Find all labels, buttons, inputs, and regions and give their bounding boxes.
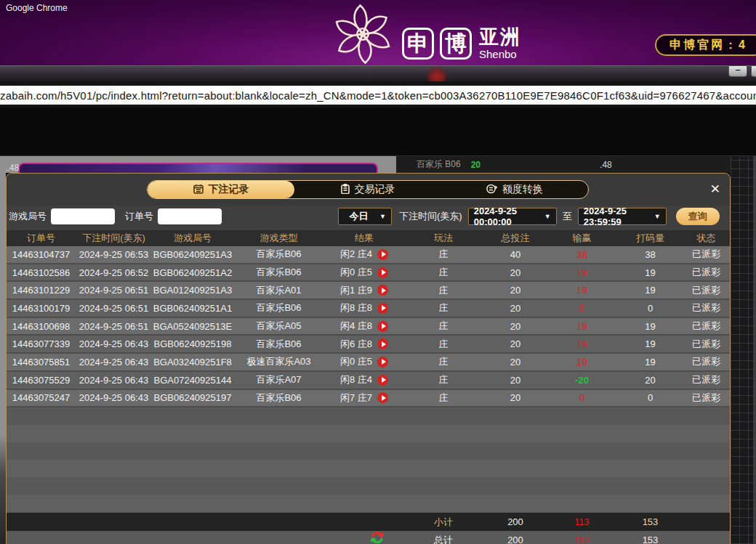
address-bar[interactable]: zabaih.com/h5V01/pc/index.html?return=ab… — [0, 86, 756, 105]
play-cell: 庄 — [404, 336, 483, 352]
status-cell: 已派彩 — [685, 354, 728, 370]
total-bet: 200 — [483, 531, 548, 544]
winloss-cell: 19 — [548, 318, 616, 335]
logo-char-box: 申 — [402, 28, 434, 60]
winloss-cell: 19 — [548, 354, 616, 370]
time-cell: 2024-9-25 06:51 — [76, 318, 152, 335]
round-cell: BGA012409251A3 — [152, 282, 233, 299]
bet-cell: 20 — [483, 318, 548, 335]
status-cell: 已派彩 — [685, 318, 728, 335]
background-game-grid — [731, 156, 756, 544]
game-round-input[interactable] — [51, 208, 115, 224]
replay-button[interactable] — [377, 267, 388, 278]
winloss-cell: -20 — [548, 372, 616, 389]
table-row: 144630758512024-9-25 06:43BGA032409251F8… — [7, 354, 730, 372]
background-scrollbar[interactable] — [753, 156, 756, 544]
game-cell: 百家乐B06 — [233, 336, 324, 352]
order-no-input[interactable] — [158, 208, 222, 224]
replay-button[interactable] — [377, 285, 388, 296]
status-cell: 已派彩 — [685, 336, 728, 352]
order-cell: 14463104737 — [7, 246, 76, 263]
turnover-cell: 0 — [616, 390, 685, 407]
subtotal-winloss: 113 — [548, 513, 616, 531]
column-header: 玩法 — [404, 230, 483, 246]
status-cell: 已派彩 — [685, 300, 728, 317]
column-header: 打码量 — [616, 230, 685, 246]
time-cell: 2024-9-25 06:52 — [76, 264, 152, 281]
replay-button[interactable] — [377, 357, 388, 368]
game-toolbar: GR ? ⚙ — [0, 107, 756, 156]
result-cell: 闲8 庄8 — [324, 300, 404, 317]
bet-cell: 20 — [483, 372, 548, 389]
replay-button[interactable] — [377, 321, 388, 332]
tab-transaction-records[interactable]: 交易记录 — [294, 181, 441, 198]
column-header: 状态 — [685, 230, 728, 246]
turnover-cell: 38 — [616, 246, 685, 263]
game-cell: 极速百家乐A03 — [233, 354, 324, 370]
time-cell: 2024-9-25 06:43 — [76, 372, 152, 389]
page-left-edge — [0, 156, 6, 544]
date-preset-dropdown[interactable]: 今日 ▼ — [338, 208, 392, 225]
replay-button[interactable] — [377, 249, 388, 260]
replay-button[interactable] — [377, 392, 388, 403]
table-body: 144631047372024-9-25 06:53BGB062409251A3… — [7, 246, 730, 407]
empty-rows-area — [7, 407, 730, 513]
round-cell: BGB06240925197 — [152, 390, 233, 407]
subtotal-label: 小计 — [404, 513, 483, 531]
browser-titlebar[interactable] — [0, 65, 756, 81]
order-cell: 14463100179 — [7, 300, 76, 317]
date-to-dropdown[interactable]: 2024-9-25 23:59:59 ▼ — [578, 208, 667, 225]
column-header: 总投注 — [483, 230, 548, 246]
subtotal-turnover: 153 — [616, 513, 685, 531]
result-text: 闲1 庄9 — [340, 284, 372, 297]
bet-cell: 20 — [483, 336, 548, 352]
status-cell: 已派彩 — [685, 390, 728, 407]
table-row: 144630752472024-9-25 06:43BGB06240925197… — [7, 390, 730, 408]
table-row: 144631006982024-9-25 06:51BGA0524092513E… — [7, 318, 730, 336]
replay-button[interactable] — [377, 303, 388, 314]
order-cell: 14463075247 — [7, 390, 76, 407]
game-cell: 百家乐B06 — [233, 264, 324, 281]
result-cell: 闲6 庄8 — [324, 336, 404, 352]
window-button-sliver[interactable] — [751, 65, 756, 77]
tab-credit-transfer[interactable]: 额度转换 — [441, 181, 588, 198]
time-cell: 2024-9-25 06:43 — [76, 354, 152, 370]
column-header: 订单号 — [7, 230, 76, 246]
order-cell: 14463100698 — [7, 318, 76, 335]
promo-banner — [18, 163, 378, 173]
official-site-button[interactable]: 申博官网：4 — [655, 34, 756, 56]
result-cell: 闲2 庄4 — [324, 246, 404, 263]
replay-button[interactable] — [377, 375, 388, 386]
turnover-cell: 0 — [616, 300, 685, 317]
coin-transfer-icon — [486, 184, 497, 195]
order-cell: 14463101229 — [7, 282, 76, 299]
result-text: 闲4 庄8 — [340, 320, 372, 333]
table-row: 144631025862024-9-25 06:52BGB062409251A2… — [7, 264, 730, 283]
total-label: 总计 — [434, 534, 453, 544]
table-row: 144630755292024-9-25 06:43BGA07240925144… — [7, 372, 730, 390]
round-cell: BGB062409251A1 — [152, 300, 233, 317]
bet-records-modal: 下注记录 交易记录 额度转换 ✕ 游戏局号 订单号 — [6, 173, 731, 544]
total-row: 总计 200 113 153 — [7, 531, 730, 544]
replay-button[interactable] — [377, 338, 388, 349]
column-header: 游戏局号 — [152, 230, 233, 246]
minimize-button[interactable]: – — [728, 65, 747, 77]
tab-bet-records[interactable]: 下注记录 — [148, 181, 294, 198]
result-cell: 闲8 庄4 — [324, 372, 404, 389]
play-cell: 庄 — [404, 372, 483, 389]
result-text: 闲0 庄5 — [340, 355, 372, 368]
time-cell: 2024-9-25 06:51 — [76, 282, 152, 299]
result-text: 闲6 庄8 — [340, 338, 372, 351]
round-cell: BGA07240925144 — [152, 372, 233, 389]
table-row: 144631047372024-9-25 06:53BGB062409251A3… — [7, 246, 730, 264]
query-button[interactable]: 查询 — [676, 208, 720, 225]
refresh-sync-icon[interactable] — [371, 532, 384, 544]
site-logo: 申 博 亚洲 Shenbo — [331, 3, 521, 65]
time-cell: 2024-9-25 06:53 — [76, 246, 152, 263]
round-cell: BGB062409251A3 — [152, 246, 233, 263]
result-text: 闲8 庄4 — [340, 373, 372, 386]
bet-cell: 20 — [483, 282, 548, 299]
result-cell: 闲0 庄5 — [324, 264, 404, 281]
date-from-dropdown[interactable]: 2024-9-25 00:00:00 ▼ — [468, 208, 557, 225]
close-icon[interactable]: ✕ — [710, 183, 720, 195]
